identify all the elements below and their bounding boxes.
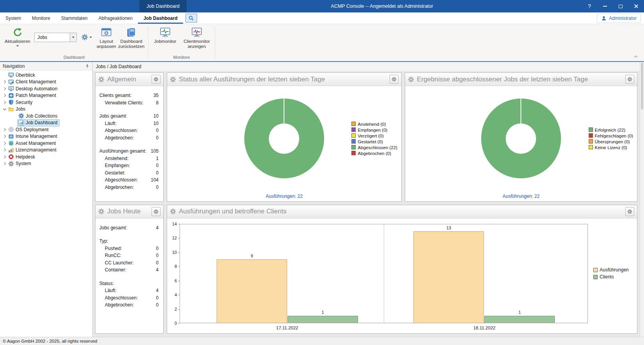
jobs-select-box[interactable]: Jobs	[34, 33, 70, 42]
sidebar-item--berblick[interactable]: Überblick	[0, 72, 92, 79]
menu-item-system[interactable]: System	[0, 12, 26, 24]
user-badge[interactable]: Administrator	[597, 14, 641, 23]
legend-item: Anstehend (0)	[351, 121, 397, 126]
sidebar-item-jobs[interactable]: Jobs	[0, 106, 92, 113]
minimize-button[interactable]	[597, 0, 613, 12]
jobs-select[interactable]: Jobs	[34, 33, 77, 42]
bar-value-label: 13	[446, 225, 451, 230]
sidebar-item-content[interactable]: Überblick	[7, 72, 37, 78]
reset-dashboard-button[interactable]: Dashboard zurücksetzen	[118, 25, 145, 50]
gear-icon	[392, 77, 397, 82]
menu-item-stammdaten[interactable]: Stammdaten	[56, 12, 93, 24]
jobs-select-arrow[interactable]	[70, 33, 77, 42]
refresh-button[interactable]: Aktualisieren	[4, 25, 31, 48]
chevron-right-icon[interactable]	[2, 161, 7, 166]
chevron-right-icon[interactable]	[2, 79, 7, 84]
sidebar-item-content[interactable]: System	[7, 160, 33, 167]
legend-label: Abgebrochen (0)	[358, 151, 391, 155]
sidebar-item-client-management[interactable]: Client Management	[0, 79, 92, 86]
maximize-button[interactable]	[613, 0, 628, 12]
stat-label: Jobs gesamt:	[99, 225, 127, 231]
sidebar-item-label: Security	[16, 100, 32, 105]
chevron-right-icon[interactable]	[2, 154, 7, 160]
sidebar-item-helpdesk[interactable]: Helpdesk	[0, 153, 92, 160]
stat-label: Empfangen:	[105, 163, 130, 168]
sidebar-item-content[interactable]: Client Management	[7, 79, 58, 85]
jobmonitor-button[interactable]: Jobmonitor	[152, 25, 178, 45]
panel-settings-button[interactable]	[625, 75, 634, 84]
results-donut-chart: Erfolgreich (22)Fehlgeschlagen (0)Übersp…	[405, 86, 637, 191]
sidebar-item-content[interactable]: Intune Management	[7, 133, 59, 140]
sidebar-item-content[interactable]: Patch Management	[7, 92, 58, 99]
legend-label: Übersprungen (0)	[595, 139, 630, 144]
stat-label: Abgeschlossen:	[105, 177, 138, 183]
sidebar-item-content[interactable]: Asset Management	[7, 140, 58, 146]
layout-button[interactable]: Layout anpassen	[95, 25, 118, 50]
ribbon-group-monitore-body: Jobmonitor Clientmonitor anzeigen	[148, 24, 215, 55]
sidebar-item-label: Intune Management	[16, 134, 57, 139]
x-axis: 17.11.202218.11.2022	[180, 323, 588, 332]
dashboard-settings-dropdown[interactable]	[81, 34, 92, 40]
client-management-icon	[8, 79, 14, 85]
legend-item: Gestartet (0)	[351, 139, 397, 144]
sidebar-item-asset-management[interactable]: Asset Management	[0, 140, 92, 147]
panel-settings-button[interactable]	[390, 75, 399, 84]
legend-item: Erfolgreich (22)	[589, 127, 633, 132]
sidebar-item-patch-management[interactable]: Patch Management	[0, 92, 92, 99]
sidebar-item-intune-management[interactable]: Intune Management	[0, 133, 92, 140]
minimize-icon	[603, 6, 607, 7]
sidebar-item-lizenzmanagement[interactable]: Lizenzmanagement	[0, 147, 92, 154]
sidebar-item-content[interactable]: Desktop Automation	[7, 85, 59, 92]
stat-row: Pushed:0	[99, 245, 159, 252]
collapse-ribbon-button[interactable]	[632, 54, 639, 59]
chevron-down-icon	[72, 37, 74, 38]
sidebar-item-security[interactable]: Security	[0, 99, 92, 106]
chevron-down-icon[interactable]	[2, 106, 7, 112]
refresh-label: Aktualisieren	[5, 39, 30, 44]
sidebar-item-content[interactable]: Lizenzmanagement	[7, 147, 58, 153]
sidebar-item-content[interactable]: OS Deployment	[7, 126, 51, 133]
pin-icon[interactable]	[85, 64, 90, 69]
sidebar-item-system[interactable]: System	[0, 160, 92, 167]
jobs-select-value: Jobs	[37, 35, 67, 40]
search-button[interactable]	[185, 14, 197, 23]
chevron-right-icon[interactable]	[2, 100, 7, 105]
chart-legend: AusführungenClients	[588, 224, 634, 324]
sidebar-item-job-collections[interactable]: Job Collections	[0, 113, 92, 120]
window-tab[interactable]: Job Dashboard	[139, 0, 187, 12]
chevron-right-icon[interactable]	[2, 127, 7, 132]
menu-item-abfrageaktionen[interactable]: Abfrageaktionen	[93, 12, 138, 24]
panel-gear-icon	[408, 76, 414, 83]
chevron-right-icon[interactable]	[2, 141, 7, 146]
panel-settings-button[interactable]	[625, 207, 634, 216]
help-button[interactable]: ?	[582, 0, 597, 12]
stat-value: 4	[156, 267, 159, 273]
sidebar-item-job-dashboard[interactable]: Job Dashboard	[0, 120, 92, 127]
vertical-scrollbar[interactable]	[640, 62, 644, 337]
spacer	[99, 106, 159, 113]
scrollbar-thumb[interactable]	[641, 63, 643, 109]
sidebar-item-content[interactable]: Job Collections	[18, 113, 59, 119]
stat-value: 4	[156, 288, 159, 293]
chevron-right-icon[interactable]	[2, 86, 7, 92]
sidebar-item-content[interactable]: Job Dashboard	[18, 120, 59, 126]
panel-gear-icon	[98, 208, 104, 215]
sidebar-item-desktop-automation[interactable]: Desktop Automation	[0, 85, 92, 92]
menu-item-job-dashboard[interactable]: Job Dashboard	[138, 12, 183, 24]
sidebar-item-os-deployment[interactable]: OS Deployment	[0, 126, 92, 133]
panel-settings-button[interactable]	[152, 75, 161, 84]
status-donut-chart: Anstehend (0)Empfangen (0)Verzögert (0)G…	[167, 86, 401, 191]
maximize-icon	[619, 5, 623, 8]
chevron-right-icon[interactable]	[2, 134, 7, 139]
executions-count-link[interactable]: Ausführungen: 22	[167, 191, 401, 201]
panel-settings-button[interactable]	[152, 207, 161, 216]
executions-count-link[interactable]: Ausführungen: 22	[405, 191, 637, 201]
clientmonitor-button[interactable]: Clientmonitor anzeigen	[182, 25, 212, 50]
sidebar-item-content[interactable]: Jobs	[7, 106, 27, 113]
sidebar-item-content[interactable]: Security	[7, 99, 34, 106]
chevron-right-icon[interactable]	[2, 147, 7, 153]
menu-item-monitore[interactable]: Monitore	[26, 12, 56, 24]
close-button[interactable]	[628, 0, 644, 12]
sidebar-item-content[interactable]: Helpdesk	[7, 153, 37, 160]
chevron-right-icon[interactable]	[2, 93, 7, 98]
